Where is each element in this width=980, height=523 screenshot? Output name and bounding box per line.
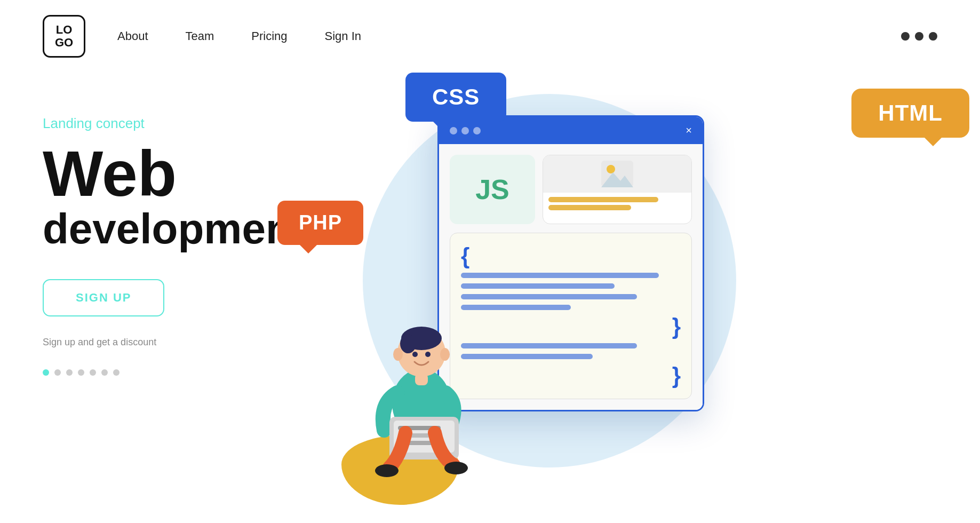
php-label: PHP	[299, 211, 342, 234]
svg-point-26	[440, 348, 450, 361]
progress-dot-4[interactable]	[78, 369, 84, 376]
svg-point-27	[412, 352, 418, 357]
svg-point-28	[425, 352, 431, 357]
php-bubble: PHP	[277, 201, 363, 245]
nav-team[interactable]: Team	[186, 29, 214, 43]
open-brace: {	[461, 245, 681, 267]
progress-dot-6[interactable]	[101, 369, 108, 376]
navigation: About Team Pricing Sign In	[117, 29, 361, 43]
menu-dot-3	[929, 32, 937, 41]
svg-point-25	[393, 348, 403, 361]
image-line-1	[548, 197, 658, 202]
illustration-panel: PHP CSS HTML × JS	[320, 83, 937, 510]
nav-pricing[interactable]: Pricing	[251, 29, 287, 43]
browser-dot-3	[473, 127, 481, 134]
image-icon	[601, 161, 633, 187]
progress-dot-7[interactable]	[113, 369, 119, 376]
progress-dot-1[interactable]	[43, 369, 49, 376]
js-badge: JS	[450, 155, 535, 224]
nav-about[interactable]: About	[117, 29, 148, 43]
browser-dots	[450, 127, 481, 134]
menu-dot-2	[915, 32, 923, 41]
hero-label: Landing concept	[43, 115, 320, 132]
image-line-2	[548, 205, 631, 210]
css-bubble: CSS	[405, 73, 506, 122]
browser-row1: JS	[450, 155, 692, 224]
svg-point-11	[607, 165, 615, 173]
browser-close-button[interactable]: ×	[686, 124, 692, 137]
progress-dots	[43, 369, 320, 376]
progress-dot-5[interactable]	[90, 369, 96, 376]
image-placeholder	[543, 155, 691, 193]
svg-rect-24	[415, 374, 428, 385]
image-lines	[543, 193, 691, 215]
logo-line1: LO	[56, 23, 73, 36]
image-card	[543, 155, 692, 224]
header: LO GO About Team Pricing Sign In	[0, 0, 980, 73]
menu-dot-1	[901, 32, 910, 41]
svg-point-22	[375, 464, 399, 477]
css-label: CSS	[432, 84, 480, 110]
browser-dot-2	[461, 127, 469, 134]
progress-dot-3[interactable]	[66, 369, 73, 376]
signup-button[interactable]: SIGN UP	[43, 279, 164, 316]
html-label: HTML	[878, 100, 943, 126]
logo-line2: GO	[55, 36, 73, 49]
js-label: JS	[475, 173, 509, 205]
svg-point-16	[400, 334, 416, 353]
nav-signin[interactable]: Sign In	[325, 29, 362, 43]
logo: LO GO	[43, 15, 85, 58]
svg-point-23	[444, 462, 468, 474]
developer-person	[347, 275, 496, 478]
more-menu[interactable]	[901, 32, 937, 41]
signup-caption: Sign up and get a discount	[43, 337, 320, 348]
main-content: Landing concept Web development SIGN UP …	[0, 73, 980, 523]
progress-dot-2[interactable]	[54, 369, 61, 376]
html-bubble: HTML	[851, 89, 969, 138]
hero-title-web: Web	[43, 141, 320, 205]
